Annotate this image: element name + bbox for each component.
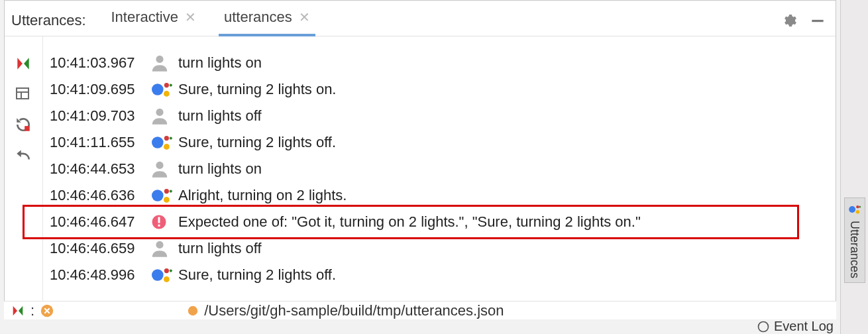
svg-point-5 bbox=[156, 56, 163, 63]
minimize-icon[interactable] bbox=[809, 12, 826, 29]
svg-point-31 bbox=[856, 205, 859, 208]
svg-point-29 bbox=[188, 306, 197, 315]
tab-label: utterances bbox=[224, 9, 292, 26]
log-message: turn lights off bbox=[178, 240, 262, 257]
assistant-icon bbox=[149, 185, 178, 206]
timestamp: 10:41:03.967 bbox=[50, 54, 149, 72]
svg-rect-21 bbox=[158, 217, 160, 223]
tool-label: Utterances bbox=[847, 221, 861, 278]
svg-rect-1 bbox=[17, 88, 28, 99]
timestamp: 10:46:46.636 bbox=[50, 187, 149, 204]
svg-point-25 bbox=[164, 268, 169, 273]
svg-point-27 bbox=[164, 276, 170, 282]
svg-point-26 bbox=[170, 270, 172, 272]
log-row[interactable]: 10:46:44.653turn lights on bbox=[50, 156, 830, 182]
run-toggle-icon[interactable] bbox=[15, 55, 33, 74]
svg-point-24 bbox=[152, 269, 164, 281]
svg-point-33 bbox=[855, 210, 859, 214]
event-log-label: Event Log bbox=[774, 319, 834, 334]
svg-point-23 bbox=[156, 241, 163, 249]
assistant-icon bbox=[149, 264, 178, 286]
svg-point-8 bbox=[170, 84, 172, 87]
close-icon[interactable]: ✕ bbox=[299, 9, 310, 25]
layout-icon[interactable] bbox=[15, 85, 33, 104]
status-path: /Users/git/gh-sample/build/tmp/utterance… bbox=[204, 302, 504, 319]
tab-interactive[interactable]: Interactive ✕ bbox=[106, 5, 202, 36]
cancel-icon[interactable] bbox=[40, 304, 54, 318]
tab-label: Interactive bbox=[111, 9, 179, 26]
right-tool-strip: Utterances bbox=[840, 0, 868, 334]
svg-point-19 bbox=[164, 197, 170, 203]
user-icon bbox=[149, 238, 178, 259]
user-icon bbox=[149, 158, 178, 180]
svg-point-6 bbox=[152, 84, 164, 95]
log-message: turn lights off bbox=[178, 107, 262, 125]
undo-icon[interactable] bbox=[15, 146, 33, 165]
error-icon bbox=[149, 212, 178, 232]
log-row[interactable]: 10:46:46.636Alright, turning on 2 lights… bbox=[50, 182, 830, 209]
svg-point-9 bbox=[164, 91, 170, 97]
timestamp: 10:41:09.703 bbox=[50, 107, 149, 125]
svg-rect-4 bbox=[25, 126, 30, 131]
svg-point-32 bbox=[859, 206, 861, 208]
event-log-button[interactable]: Event Log bbox=[757, 319, 834, 334]
assistant-icon bbox=[149, 132, 178, 153]
timestamp: 10:41:11.655 bbox=[50, 134, 149, 151]
timestamp: 10:46:46.647 bbox=[50, 213, 149, 231]
panel-title: Utterances: bbox=[11, 12, 86, 29]
timestamp: 10:41:09.695 bbox=[50, 81, 149, 98]
gutter-toolbar bbox=[5, 36, 43, 311]
log-row[interactable]: 10:46:46.647Expected one of: "Got it, tu… bbox=[50, 209, 830, 235]
svg-point-15 bbox=[156, 162, 163, 169]
svg-point-7 bbox=[164, 83, 169, 87]
svg-point-34 bbox=[758, 321, 768, 331]
log-list: 10:41:03.967turn lights on10:41:09.695Su… bbox=[43, 36, 836, 311]
refresh-icon[interactable] bbox=[15, 116, 33, 135]
assistant-icon bbox=[149, 79, 178, 100]
svg-point-30 bbox=[849, 206, 855, 213]
status-bar: : /Users/git/gh-sample/build/tmp/utteran… bbox=[4, 301, 836, 319]
run-toggle-icon[interactable] bbox=[11, 304, 25, 318]
tab-utterances[interactable]: utterances ✕ bbox=[219, 5, 315, 36]
log-message: Sure, turning 2 lights off. bbox=[178, 134, 336, 151]
svg-point-18 bbox=[170, 190, 172, 193]
svg-point-12 bbox=[164, 136, 169, 140]
log-row[interactable]: 10:41:09.695Sure, turning 2 lights on. bbox=[50, 76, 830, 103]
svg-point-16 bbox=[152, 190, 164, 201]
log-row[interactable]: 10:41:03.967turn lights on bbox=[50, 50, 830, 76]
svg-rect-22 bbox=[158, 225, 160, 227]
log-message: Sure, turning 2 lights on. bbox=[178, 81, 336, 98]
log-message: turn lights on bbox=[178, 54, 262, 72]
log-message: Alright, turning on 2 lights. bbox=[178, 187, 347, 204]
log-message: Expected one of: "Got it, turning on 2 l… bbox=[178, 213, 641, 231]
log-message: turn lights on bbox=[178, 160, 262, 178]
close-icon[interactable]: ✕ bbox=[185, 9, 196, 25]
tabbar: Utterances: Interactive ✕ utterances ✕ bbox=[5, 1, 836, 36]
timestamp: 10:46:46.659 bbox=[50, 240, 149, 257]
timestamp: 10:46:48.996 bbox=[50, 266, 149, 284]
warning-dot-icon bbox=[187, 305, 199, 317]
utterances-panel: Utterances: Interactive ✕ utterances ✕ bbox=[4, 0, 836, 311]
user-icon bbox=[149, 105, 178, 127]
svg-point-10 bbox=[156, 109, 163, 116]
log-row[interactable]: 10:41:09.703turn lights off bbox=[50, 103, 830, 129]
svg-point-14 bbox=[164, 144, 170, 150]
svg-point-17 bbox=[164, 189, 169, 194]
log-message: Sure, turning 2 lights off. bbox=[178, 266, 336, 284]
svg-rect-0 bbox=[812, 19, 823, 21]
gear-icon[interactable] bbox=[781, 13, 797, 28]
log-row[interactable]: 10:46:48.996Sure, turning 2 lights off. bbox=[50, 262, 830, 288]
log-row[interactable]: 10:46:46.659turn lights off bbox=[50, 235, 830, 262]
timestamp: 10:46:44.653 bbox=[50, 160, 149, 178]
svg-point-13 bbox=[170, 137, 172, 140]
assistant-icon bbox=[847, 202, 862, 217]
svg-point-11 bbox=[152, 137, 164, 148]
utterances-tool-window-button[interactable]: Utterances bbox=[844, 197, 865, 283]
user-icon bbox=[149, 52, 178, 74]
log-row[interactable]: 10:41:11.655Sure, turning 2 lights off. bbox=[50, 129, 830, 156]
separator: : bbox=[30, 302, 34, 319]
